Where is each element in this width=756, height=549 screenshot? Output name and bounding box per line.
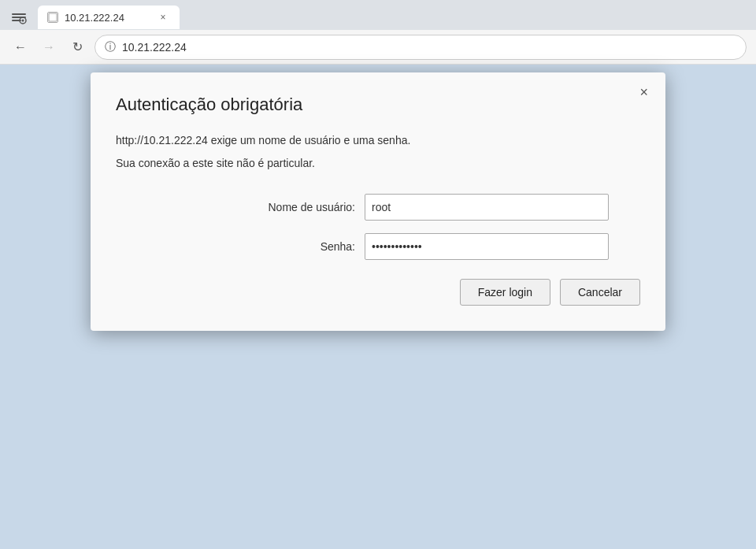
modal-warning: Sua conexão a este site não é particular… [116,155,640,172]
svg-point-4 [22,20,24,22]
back-button[interactable]: ← [9,36,32,58]
modal-footer: Fazer login Cancelar [116,279,640,306]
password-input[interactable] [365,233,609,260]
username-row: Nome de usuário: [116,194,640,221]
modal-description: http://10.21.222.24 exige um nome de usu… [116,132,640,149]
info-icon: ⓘ [105,40,116,54]
modal-title: Autenticação obrigatória [116,95,640,115]
tab-bar: 10.21.222.24 × [0,0,756,30]
tab-favicon [47,12,58,23]
svg-rect-5 [48,13,57,22]
address-bar[interactable]: ⓘ 10.21.222.24 [94,35,747,60]
tab-close-button[interactable]: × [156,10,170,24]
cancel-button[interactable]: Cancelar [560,279,640,306]
browser-chrome: 10.21.222.24 × ← → ↻ ⓘ 10.21.222.24 [0,0,756,65]
nav-bar: ← → ↻ ⓘ 10.21.222.24 [0,30,756,65]
password-label: Senha: [321,240,355,253]
browser-tab[interactable]: 10.21.222.24 × [38,6,180,29]
reload-button[interactable]: ↻ [66,36,88,58]
tab-title: 10.21.222.24 [65,12,150,24]
address-text: 10.21.222.24 [122,41,736,54]
svg-rect-0 [12,13,26,15]
password-row: Senha: [116,233,640,260]
modal-close-button[interactable]: × [635,83,653,101]
auth-dialog: × Autenticação obrigatória http://10.21.… [91,72,665,331]
forward-button[interactable]: → [38,36,60,58]
username-label: Nome de usuário: [268,201,355,213]
modal-overlay: × Autenticação obrigatória http://10.21.… [0,65,756,549]
username-input[interactable] [365,194,609,221]
page-area: × Autenticação obrigatória http://10.21.… [0,65,756,549]
browser-menu-icon[interactable] [6,5,32,30]
login-button[interactable]: Fazer login [460,279,550,306]
